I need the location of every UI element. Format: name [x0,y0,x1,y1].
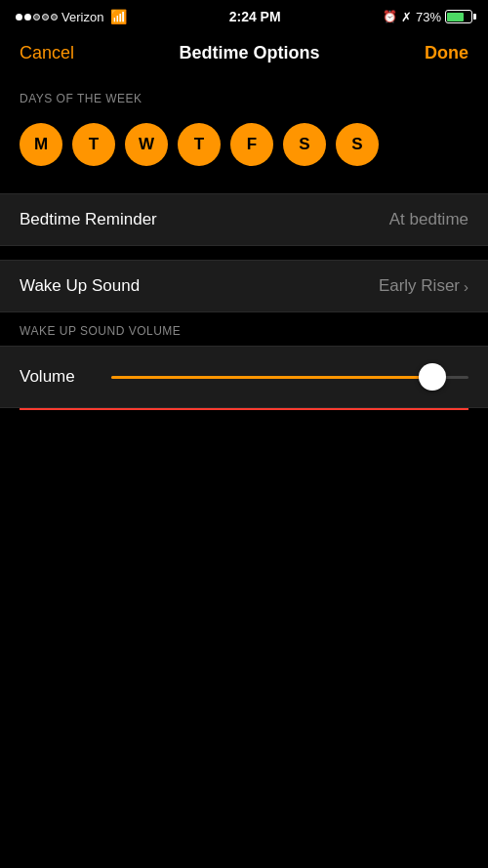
status-right: ⏰ ✗ 73% [383,10,472,24]
battery-indicator [445,10,472,23]
wake-up-sound-value: Early Riser › [379,276,468,296]
day-thursday[interactable]: T [178,123,221,166]
volume-slider-container[interactable] [111,360,468,393]
cancel-button[interactable]: Cancel [20,43,74,63]
chevron-right-icon: › [464,278,468,295]
bedtime-reminder-label: Bedtime Reminder [20,210,157,229]
battery-percent: 73% [416,10,441,24]
alarm-icon: ⏰ [383,10,397,23]
signal-dot-2 [24,14,31,21]
bedtime-reminder-value: At bedtime [389,210,468,229]
status-left: Verizon 📶 [16,9,127,24]
day-tuesday[interactable]: T [72,123,115,166]
nav-bar: Cancel Bedtime Options Done [0,31,488,82]
day-wednesday[interactable]: W [125,123,168,166]
slider-thumb[interactable] [419,363,446,391]
slider-track [111,376,468,379]
signal-dots [16,14,58,21]
bedtime-reminder-row[interactable]: Bedtime Reminder At bedtime [0,194,488,245]
day-monday[interactable]: M [20,123,62,166]
red-underline [20,408,468,410]
section-gap-1 [0,180,488,193]
volume-section-label: WAKE UP SOUND VOLUME [0,312,488,346]
status-time: 2:24 PM [229,9,281,24]
wake-up-sound-label: Wake Up Sound [20,276,140,296]
section-gap-2 [0,246,488,260]
days-section-label: DAYS OF THE WEEK [0,82,488,113]
bedtime-reminder-section: Bedtime Reminder At bedtime [0,193,488,246]
signal-dot-3 [33,14,40,21]
bluetooth-icon: ✗ [401,10,412,24]
volume-section: Volume [0,346,488,408]
volume-label: Volume [20,367,98,387]
signal-dot-5 [51,14,58,21]
battery-fill [447,13,464,21]
status-bar: Verizon 📶 2:24 PM ⏰ ✗ 73% [0,0,488,31]
volume-row: Volume [0,347,488,407]
slider-fill [111,376,432,379]
done-button[interactable]: Done [425,43,468,63]
day-saturday[interactable]: S [283,123,326,166]
day-friday[interactable]: F [230,123,273,166]
signal-dot-4 [42,14,49,21]
day-sunday[interactable]: S [336,123,379,166]
wifi-icon: 📶 [110,9,127,24]
wake-up-sound-row[interactable]: Wake Up Sound Early Riser › [0,261,488,311]
days-row: M T W T F S S [0,113,488,180]
wake-up-sound-section: Wake Up Sound Early Riser › [0,260,488,312]
page-title: Bedtime Options [180,43,320,63]
carrier-name: Verizon [61,10,103,24]
signal-dot-1 [16,14,22,21]
